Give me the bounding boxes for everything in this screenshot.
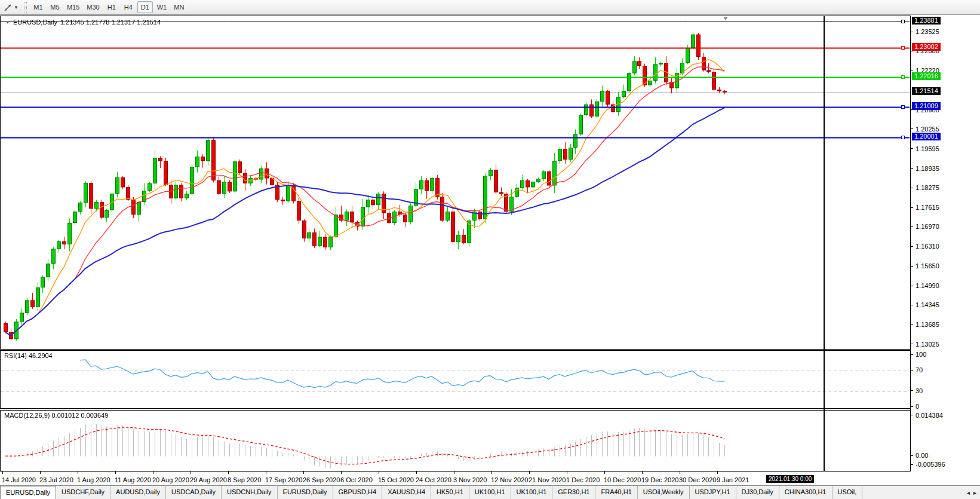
chart-tab-usoil-[interactable]: USOil, — [832, 486, 863, 499]
price-tick-label: 1.23525 — [916, 28, 939, 35]
macd-scale-label: 0.014384 — [916, 412, 943, 419]
price-tick-label: 1.18275 — [916, 184, 939, 191]
date-tick-mark — [341, 472, 342, 474]
trading-terminal: ▼ M1M5M15M30H1H4D1W1MN ▼ EURUSD,Daily 1.… — [0, 0, 980, 499]
price-tick-label: 1.20255 — [916, 125, 939, 133]
chart-tab-usdchf-daily[interactable]: USDCHF,Daily — [56, 486, 110, 499]
cursor-tool-caret-icon[interactable]: ▼ — [14, 5, 19, 10]
timeframe-button-d1[interactable]: D1 — [137, 1, 153, 13]
timeframe-button-m15[interactable]: M15 — [64, 1, 82, 13]
date-tick-mark — [454, 472, 454, 474]
tab-scroll-arrows: ◂ ▸ — [964, 486, 979, 499]
chart-tab-usdcnh-daily[interactable]: USDCNH,Daily — [222, 486, 278, 499]
chart-tab-fra40-h1[interactable]: FRA40,H1 — [595, 486, 637, 499]
price-badge: 1.20001 — [912, 133, 941, 140]
chart-tab-usdcad-daily[interactable]: USDCAD,Daily — [166, 486, 222, 499]
tab-scroll-left-icon[interactable]: ◂ — [967, 489, 970, 496]
macd-label: MACD(12,26,9) 0.001012 0.003649 — [4, 412, 108, 419]
macd-values: 0.001012 0.003649 — [51, 412, 108, 419]
chart-tab-gbpusd-h4[interactable]: GBPUSD,H4 — [333, 486, 383, 499]
chart-tab-china300-h1[interactable]: CHINA300,H1 — [779, 486, 832, 499]
timeframe-button-h1[interactable]: H1 — [104, 1, 119, 13]
chart-tab-ger30-h1[interactable]: GER30,H1 — [552, 486, 595, 499]
chart-ohlc-values: 1.21345 1.21778 1.21317 1.21514 — [60, 19, 161, 26]
price-tick-mark — [911, 226, 913, 227]
date-tick-label: 6 Oct 2020 — [340, 476, 373, 483]
chart-symbol-period: EURUSD,Daily — [13, 19, 57, 26]
date-tick-mark — [642, 472, 643, 474]
chart-tab-eurusd-daily[interactable]: EURUSD,Daily — [278, 486, 333, 499]
price-badge: 1.21009 — [912, 102, 941, 110]
chart-tab-uk100-h1[interactable]: UK100,H1 — [511, 486, 553, 499]
rsi-value: 46.2904 — [29, 352, 53, 359]
macd-indicator-panel[interactable]: MACD(12,26,9) 0.001012 0.003649 — [0, 410, 910, 472]
chart-tab-eurusd-daily[interactable]: EURUSD,Daily — [0, 486, 56, 499]
cursor-tool-button[interactable]: ▼ — [0, 0, 21, 14]
chart-tab-hk50-h1[interactable]: HK50,H1 — [431, 486, 469, 499]
price-tick-mark — [911, 148, 913, 149]
rsi-tick-mark — [911, 354, 913, 355]
rsi-tick-mark — [911, 370, 913, 371]
macd-tick-mark — [911, 455, 913, 456]
date-tick-mark — [416, 472, 417, 474]
date-tick-label: 14 Jul 2020 — [2, 476, 36, 483]
date-tick-label: 10 Dec 2020 — [604, 476, 641, 483]
date-tick-mark — [115, 472, 116, 474]
timeframe-button-m5[interactable]: M5 — [47, 1, 63, 13]
rsi-scale-label: 0 — [916, 403, 919, 410]
price-tick-label: 1.16310 — [916, 243, 939, 250]
date-tick-label: 29 Aug 2020 — [190, 476, 227, 483]
macd-name: MACD(12,26,9) — [4, 412, 50, 419]
price-badge: 1.21514 — [912, 87, 941, 95]
price-tick-mark — [911, 32, 913, 32]
scale-separator — [910, 16, 911, 472]
vertical-line-object[interactable] — [824, 16, 825, 471]
chart-tab-dj30-daily[interactable]: DJ30,Daily — [736, 486, 779, 499]
price-tick-mark — [911, 266, 913, 267]
rsi-indicator-panel[interactable]: RSI(14) 46.2904 — [0, 350, 910, 409]
timeframe-button-w1[interactable]: W1 — [154, 1, 170, 13]
timeframe-button-m1[interactable]: M1 — [30, 1, 46, 13]
price-tick-mark — [911, 188, 913, 188]
chart-title-caret-icon[interactable]: ▼ — [5, 20, 10, 25]
timeframe-toolbar: ▼ M1M5M15M30H1H4D1W1MN — [0, 0, 980, 15]
price-chart-panel[interactable]: ▼ EURUSD,Daily 1.21345 1.21778 1.21317 1… — [0, 16, 910, 350]
price-tick-mark — [911, 286, 913, 286]
price-tick-mark — [911, 168, 913, 169]
timeframe-buttons: M1M5M15M30H1H4D1W1MN — [30, 1, 188, 13]
price-tick-mark — [911, 207, 913, 208]
chart-tab-usdjpy-h1[interactable]: USDJPY,H1 — [690, 486, 736, 499]
date-tick-label: 8 Sep 2020 — [228, 476, 261, 483]
timeframe-button-m30[interactable]: M30 — [84, 1, 102, 13]
timeframe-button-mn[interactable]: MN — [171, 1, 187, 13]
price-tick-label: 1.17615 — [916, 204, 939, 211]
date-tick-mark — [529, 472, 530, 474]
rsi-canvas — [1, 351, 910, 408]
candlestick-canvas[interactable] — [1, 16, 910, 349]
date-axis[interactable]: 2021.01.30 0:00 14 Jul 202023 Jul 20201 … — [0, 472, 980, 485]
chart-tab-usoil-weekly[interactable]: USOil,Weekly — [638, 486, 690, 499]
price-tick-mark — [911, 324, 913, 325]
rsi-scale-label: 100 — [916, 351, 926, 358]
price-tick-mark — [911, 71, 913, 71]
tab-scroll-right-icon[interactable]: ▸ — [973, 489, 976, 496]
date-tick-mark — [191, 472, 191, 474]
chart-tab-xauusd-h4[interactable]: XAUUSD,H4 — [382, 486, 431, 499]
date-tick-mark — [2, 472, 3, 474]
date-tick-label: 24 Oct 2020 — [416, 476, 451, 483]
chart-tab-uk100-h1[interactable]: UK100,H1 — [469, 486, 511, 499]
price-tick-label: 1.14990 — [916, 282, 939, 289]
price-tick-label: 1.18935 — [916, 165, 939, 172]
date-tick-label: 21 Nov 2020 — [529, 476, 566, 483]
date-tick-mark — [604, 472, 605, 474]
timeframe-button-h4[interactable]: H4 — [121, 1, 136, 13]
toolbar-grip — [24, 2, 27, 13]
price-tick-mark — [911, 344, 913, 344]
price-badge: 1.23881 — [912, 17, 941, 25]
date-tick-mark — [303, 472, 304, 474]
date-tick-mark — [40, 472, 41, 474]
price-scale[interactable]: 1.235251.228801.222201.209001.202551.195… — [910, 16, 980, 472]
price-tick-label: 1.15650 — [916, 262, 939, 270]
date-tick-label: 11 Aug 2020 — [115, 476, 151, 483]
chart-tab-audusd-daily[interactable]: AUDUSD,Daily — [110, 486, 166, 499]
